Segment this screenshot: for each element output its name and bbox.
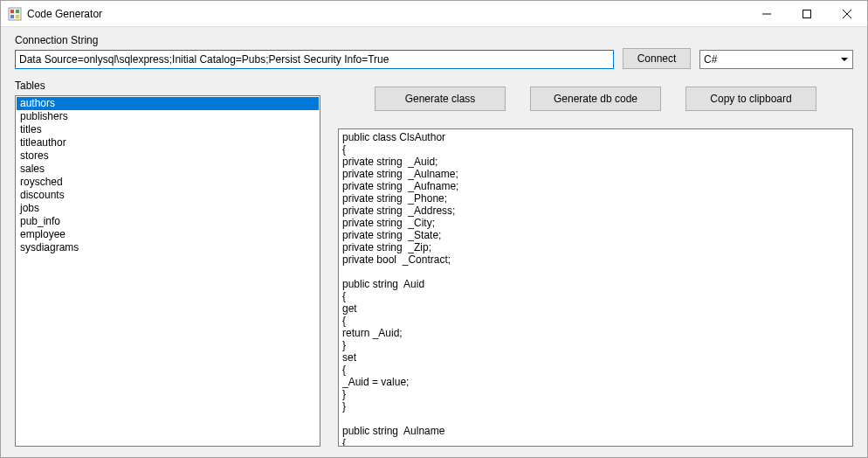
tables-label: Tables — [15, 80, 320, 92]
table-item[interactable]: sales — [17, 163, 319, 176]
table-item[interactable]: discounts — [17, 189, 319, 202]
generate-db-code-button[interactable]: Generate db code — [530, 87, 661, 111]
tables-listbox[interactable]: authorspublisherstitlestitleauthorstores… — [15, 95, 320, 447]
client-area: Connection String Connect C# Tables auth… — [1, 27, 867, 457]
connect-button[interactable]: Connect — [623, 48, 691, 69]
minimize-button[interactable] — [747, 1, 787, 27]
svg-rect-1 — [10, 10, 14, 13]
language-select[interactable]: C# — [699, 50, 853, 69]
app-icon — [8, 7, 22, 21]
svg-rect-2 — [16, 10, 19, 13]
table-item[interactable]: authors — [17, 97, 319, 110]
table-item[interactable]: publishers — [17, 110, 319, 123]
svg-rect-4 — [16, 15, 19, 18]
table-item[interactable]: roysched — [17, 176, 319, 189]
titlebar: Code Generator — [1, 1, 867, 27]
connection-label: Connection String — [15, 34, 614, 46]
generate-class-button[interactable]: Generate class — [375, 87, 506, 111]
table-item[interactable]: stores — [17, 149, 319, 163]
svg-rect-6 — [803, 10, 811, 17]
table-item[interactable]: titleauthor — [17, 136, 319, 149]
table-item[interactable]: jobs — [17, 202, 319, 215]
maximize-button[interactable] — [787, 1, 827, 27]
table-item[interactable]: sysdiagrams — [17, 241, 319, 254]
table-item[interactable]: pub_info — [17, 215, 319, 228]
window-title: Code Generator — [27, 8, 102, 20]
table-item[interactable]: titles — [17, 123, 319, 136]
svg-rect-3 — [10, 15, 14, 18]
connection-string-input[interactable] — [15, 50, 614, 69]
code-output[interactable] — [338, 128, 853, 447]
close-button[interactable] — [827, 1, 867, 27]
copy-to-clipboard-button[interactable]: Copy to clipboard — [685, 87, 816, 111]
table-item[interactable]: employee — [17, 228, 319, 241]
